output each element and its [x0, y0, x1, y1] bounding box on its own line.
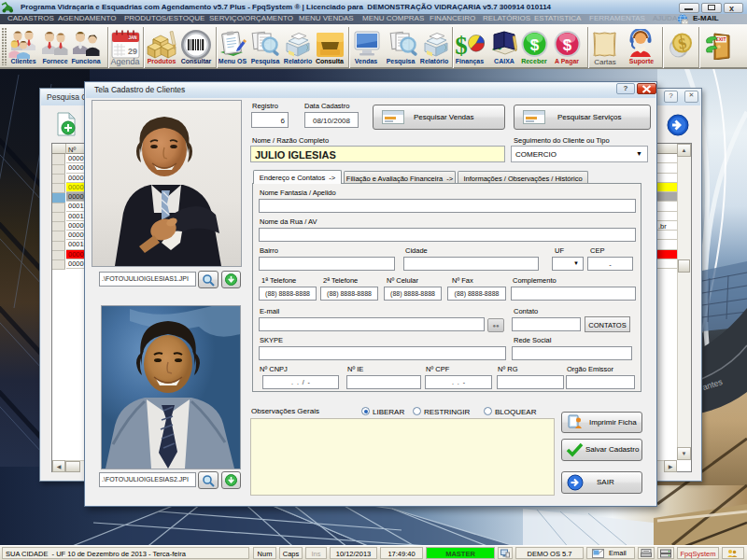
svg-text:$: $: [530, 36, 540, 54]
svg-text:$: $: [563, 36, 572, 54]
svg-text:29: 29: [128, 47, 137, 56]
svg-text:JAN: JAN: [128, 35, 136, 40]
svg-text:$: $: [455, 32, 468, 60]
